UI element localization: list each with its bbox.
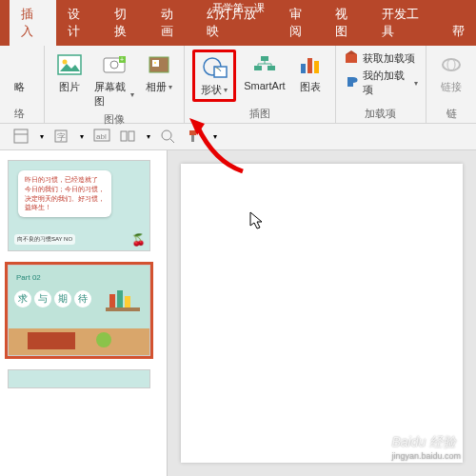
group-partial-left: 略 络 (0, 46, 45, 123)
thumb-line: 决定明天的我们。好习惯， (25, 194, 105, 204)
ribbon-item-label: 形状 (201, 83, 222, 97)
svg-rect-27 (121, 131, 127, 141)
svg-rect-11 (261, 56, 268, 61)
group-addins: 获取加载项 我的加载项 ▾ 加载项 (336, 46, 426, 123)
group-label: 络 (14, 107, 25, 121)
myaddins-icon (344, 74, 359, 91)
group-label: 插图 (249, 107, 270, 121)
thumb-line: 今日的我们；今日的习惯， (25, 185, 105, 194)
svg-line-30 (170, 139, 174, 143)
picture-icon (56, 51, 83, 78)
tab-devtools[interactable]: 开发工具 (370, 0, 441, 46)
zoom-icon[interactable] (160, 129, 177, 146)
thumbnail-slide-3[interactable] (8, 369, 150, 388)
thumb-char: 待 (74, 290, 91, 307)
svg-point-20 (447, 59, 455, 70)
svg-point-3 (110, 61, 118, 69)
svg-text:abl: abl (96, 132, 107, 141)
svg-text:+: + (120, 56, 124, 63)
svg-rect-28 (129, 131, 134, 141)
pictures-button[interactable]: 图片 (52, 50, 87, 96)
desk-icon (9, 328, 151, 355)
svg-point-8 (154, 62, 156, 64)
shapes-button[interactable]: 形状▾ (192, 50, 236, 102)
svg-rect-35 (117, 290, 123, 307)
annotation-arrow (186, 114, 252, 181)
svg-rect-34 (109, 294, 115, 307)
ribbon-item-label: 我的加载项 (363, 69, 410, 97)
ribbon-item-label: SmartArt (244, 80, 285, 91)
thumb-text-card: 昨日的习惯，已经造就了 今日的我们；今日的习惯， 决定明天的我们。好习惯， 益终… (18, 170, 111, 217)
ribbon-item-label: 屏幕截图 (94, 80, 129, 109)
smartart-button[interactable]: SmartArt (240, 50, 288, 93)
layout-icon[interactable] (13, 129, 30, 146)
tab-help[interactable]: 帮 (441, 17, 476, 46)
chevron-down-icon: ▾ (169, 83, 172, 91)
link-icon (438, 51, 465, 78)
svg-rect-37 (28, 332, 75, 349)
tab-animations[interactable]: 动画 (149, 0, 196, 46)
svg-rect-12 (254, 66, 262, 70)
ribbon-item-label: 略 (14, 80, 25, 94)
group-illustrations: 形状▾ SmartArt 图表 插图 (185, 46, 335, 123)
svg-point-1 (63, 60, 68, 65)
store-icon (344, 50, 359, 67)
watermark-sub: jingyan.baidu.com (391, 451, 461, 461)
thumbnail-slide-2[interactable]: Part 02 求 与 期 待 (8, 265, 150, 356)
thumb-part-label: Part 02 (16, 273, 41, 282)
svg-rect-15 (307, 58, 312, 73)
link-button[interactable]: 链接 (434, 50, 468, 96)
group-label: 链 (446, 107, 457, 121)
svg-point-38 (96, 332, 111, 347)
ribbon-item[interactable]: 略 (2, 50, 36, 96)
tab-slideshow[interactable]: 幻灯片放映 (195, 0, 277, 46)
merge-icon[interactable] (120, 129, 137, 146)
tab-view[interactable]: 视图 (324, 0, 370, 46)
shapes-icon (201, 54, 228, 81)
books-icon (102, 285, 144, 323)
tab-insert[interactable]: 插入 (10, 0, 56, 46)
thumb-line: 益终生！ (25, 203, 105, 212)
work-area: 昨日的习惯，已经造就了 今日的我们；今日的习惯， 决定明天的我们。好习惯， 益终… (0, 150, 476, 476)
watermark: Baidu 经验 jingyan.baidu.com (391, 434, 461, 461)
svg-rect-16 (314, 61, 319, 73)
tab-design[interactable]: 设计 (56, 0, 103, 46)
cherry-icon: 🍒 (131, 233, 146, 247)
ribbon-item-label: 相册 (146, 80, 167, 94)
my-addins-button[interactable]: 我的加载项 ▾ (344, 69, 418, 97)
svg-text:字: 字 (57, 132, 66, 142)
thumb-line: 昨日的习惯，已经造就了 (25, 175, 105, 185)
screenshot-button[interactable]: + 屏幕截图▾ (90, 50, 138, 110)
chevron-down-icon[interactable]: ▾ (40, 132, 44, 141)
svg-rect-10 (214, 67, 227, 77)
thumbnail-slide-1[interactable]: 昨日的习惯，已经造就了 今日的我们；今日的习惯， 决定明天的我们。好习惯， 益终… (8, 160, 150, 251)
chevron-down-icon: ▾ (130, 90, 134, 99)
cursor-icon (249, 211, 265, 230)
ribbon-tabs: 插入 设计 切换 动画 幻灯片放映 审阅 视图 开发工具 帮 (0, 15, 476, 46)
ribbon-item-label: 图片 (59, 80, 80, 94)
text-direction-icon[interactable]: 字 (53, 129, 70, 146)
album-button[interactable]: 相册▾ (142, 50, 176, 96)
current-slide[interactable] (181, 164, 463, 463)
group-links: 链接 链 (426, 46, 476, 123)
svg-rect-14 (301, 64, 306, 73)
get-addins-button[interactable]: 获取加载项 (344, 50, 418, 67)
chart-icon (297, 51, 324, 78)
slide-canvas[interactable] (167, 150, 476, 476)
chart-button[interactable]: 图表 (293, 50, 327, 96)
ribbon-item-label: 链接 (441, 80, 462, 94)
thumb-char: 与 (34, 290, 51, 307)
thumb-char: 求 (14, 290, 31, 307)
ribbon: 略 络 图片 + 屏幕截图▾ 相册▾ 图像 形状▾ (0, 46, 476, 124)
chevron-down-icon[interactable]: ▾ (147, 132, 150, 141)
svg-point-19 (443, 59, 460, 70)
chevron-down-icon[interactable]: ▾ (80, 132, 84, 141)
svg-rect-13 (268, 66, 275, 70)
svg-point-18 (352, 78, 357, 83)
tab-transitions[interactable]: 切换 (103, 0, 149, 46)
tab-review[interactable]: 审阅 (278, 0, 325, 46)
ribbon-item-label: 图表 (300, 80, 321, 94)
thumb-bottom-text: 向不良的习惯SAY NO (14, 234, 75, 245)
textbox-icon[interactable]: abl (93, 129, 110, 146)
smartart-icon (251, 51, 278, 78)
